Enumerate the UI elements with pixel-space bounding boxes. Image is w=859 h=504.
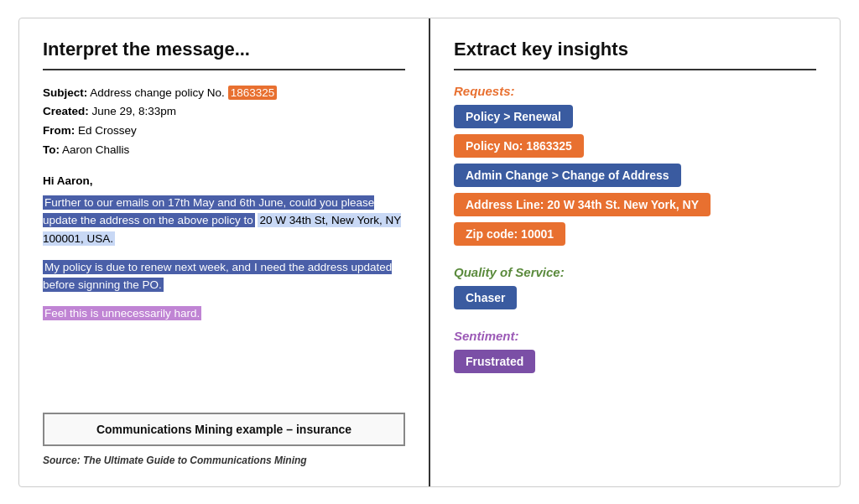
qos-label: Quality of Service: [454,265,565,279]
qos-tag-0: Chaser [454,286,517,309]
para2-text: My policy is due to renew next week, and… [43,260,392,293]
created-text: June 29, 8:33pm [92,105,177,117]
request-tag-0: Policy > Renewal [454,105,573,128]
request-tag-3: Address Line: 20 W 34th St. New York, NY [454,193,711,216]
sentiment-tag-0: Frustrated [454,350,535,373]
sentiment-label: Sentiment: [454,329,519,343]
right-panel-title: Extract key insights [454,39,816,60]
request-tag-1: Policy No: 1863325 [454,134,584,158]
request-tag-4: Zip code: 10001 [454,222,565,246]
created-label: Created: [43,105,89,117]
para3: Feel this is unnecessarily hard. [43,304,405,323]
left-panel: Interpret the message... Subject: Addres… [19,18,430,486]
subject-text: Address change policy No. [90,86,225,99]
from-label: From: [43,124,75,137]
sentiment-section: Sentiment: Frustrated [454,329,816,379]
greeting: Hi Aaron, [43,172,405,190]
para2: My policy is due to renew next week, and… [43,258,405,294]
email-body: Hi Aaron, Further to our emails on 17th … [43,172,405,400]
right-panel: Extract key insights Requests: Policy > … [430,18,840,486]
para3-text: Feel this is unnecessarily hard. [43,306,201,320]
para1: Further to our emails on 17th May and 6t… [43,194,405,248]
footer-box: Communications Mining example – insuranc… [43,413,405,446]
requests-label: Requests: [454,84,515,98]
left-panel-title: Interpret the message... [43,39,405,60]
requests-section: Requests: Policy > Renewal Policy No: 18… [454,84,816,252]
subject-label: Subject: [43,86,87,99]
request-tag-2: Admin Change > Change of Address [454,164,681,187]
to-label: To: [43,143,60,156]
policy-number: 1863325 [228,86,278,100]
source-text: Source: The Ultimate Guide to Communicat… [43,455,405,466]
email-meta: Subject: Address change policy No. 18633… [43,84,405,161]
to-text: Aaron Challis [62,143,129,156]
qos-section: Quality of Service: Chaser [454,265,816,315]
from-text: Ed Crossey [78,124,137,137]
